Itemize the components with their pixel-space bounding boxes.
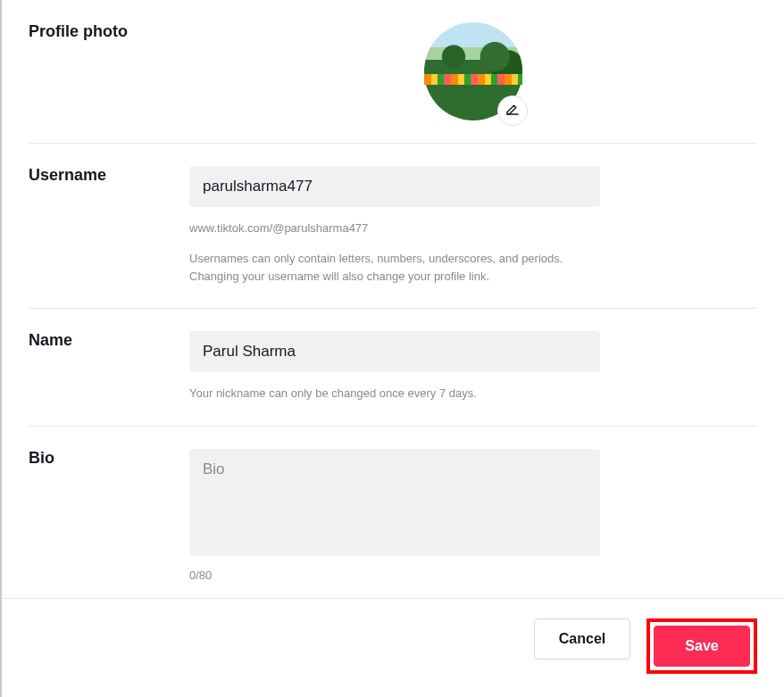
name-label: Name (29, 331, 189, 350)
name-row: Name Your nickname can only be changed o… (29, 309, 757, 426)
name-hint: Your nickname can only be changed once e… (189, 385, 600, 402)
edit-photo-button[interactable] (497, 95, 528, 126)
bio-label: Bio (29, 449, 189, 468)
avatar[interactable] (424, 22, 522, 120)
profile-photo-row: Profile photo (29, 0, 757, 144)
username-input[interactable] (189, 166, 600, 207)
edit-icon (505, 101, 521, 120)
bio-counter: 0/80 (189, 568, 600, 582)
username-url: www.tiktok.com/@parulsharma477 (189, 220, 600, 237)
username-hint: Usernames can only contain letters, numb… (189, 250, 600, 286)
profile-photo-label: Profile photo (29, 22, 189, 41)
username-label: Username (29, 166, 189, 185)
bio-input[interactable] (189, 449, 600, 556)
name-input[interactable] (189, 331, 600, 372)
save-highlight: Save (646, 618, 757, 674)
username-row: Username www.tiktok.com/@parulsharma477 … (29, 144, 757, 309)
cancel-button[interactable]: Cancel (534, 618, 630, 660)
footer: Cancel Save (2, 598, 784, 697)
bio-row: Bio 0/80 (29, 427, 757, 604)
save-button[interactable]: Save (654, 626, 750, 667)
